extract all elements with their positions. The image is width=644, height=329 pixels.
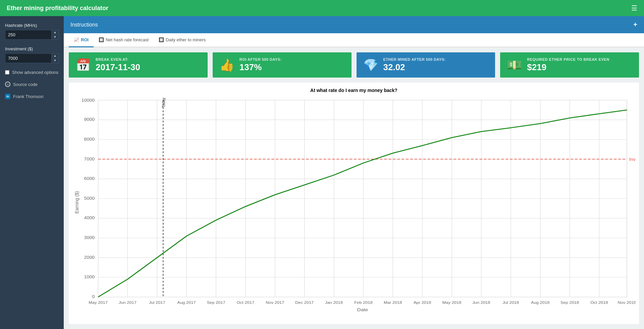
stat-required-price: 💵 REQUIRED ETHER PRICE TO BREAK EVEN $21… (500, 52, 639, 78)
svg-text:Earning ($): Earning ($) (74, 191, 80, 214)
svg-text:Aug 2017: Aug 2017 (177, 300, 196, 305)
linkedin-icon: in (5, 94, 10, 99)
tab-roi-label: ROI (81, 37, 89, 42)
svg-text:Dec 2017: Dec 2017 (295, 300, 314, 305)
investment-input[interactable] (5, 53, 52, 63)
hashrate-spinners: ▲ ▼ (52, 30, 59, 40)
break-even-label: BREAK EVEN AT: (96, 57, 140, 61)
hashrate-input[interactable] (5, 30, 52, 40)
svg-text:Aug 2018: Aug 2018 (531, 300, 550, 305)
chart-title: At what rate do I earn my money back? (72, 88, 636, 93)
svg-text:5000: 5000 (84, 196, 95, 201)
roi-value: 137% (239, 62, 282, 73)
stat-ether-mined: 💎 ETHER MINED AFTER 500 DAYS: 32.02 (357, 52, 495, 78)
hashrate-input-wrapper: ▲ ▼ (5, 30, 59, 40)
investment-increment[interactable]: ▲ (52, 54, 58, 58)
instructions-expand[interactable]: + (633, 21, 637, 29)
hashrate-decrement[interactable]: ▼ (52, 35, 58, 40)
roi-label: ROI AFTER 500 DAYS: (239, 57, 282, 61)
svg-text:Jul 2018: Jul 2018 (502, 300, 519, 305)
investment-input-wrapper: ▲ ▼ (5, 53, 59, 63)
hashrate-increment[interactable]: ▲ (52, 30, 58, 35)
instructions-bar: Instructions + (64, 16, 644, 33)
svg-text:2000: 2000 (84, 255, 95, 260)
break-even-icon: 📅 (75, 58, 91, 72)
sidebar: Hashrate (MH/s) ▲ ▼ Investment ($) ▲ ▼ (0, 16, 64, 329)
chart-area: At what rate do I earn my money back? (69, 83, 639, 324)
tab-net-hash[interactable]: 🔲 Net hash rate forecast (94, 33, 154, 47)
required-price-value: $219 (527, 62, 609, 73)
hamburger-icon[interactable]: ☰ (631, 4, 637, 12)
svg-text:Feb 2018: Feb 2018 (354, 300, 373, 305)
tab-daily-ether[interactable]: 🔲 Daily ether to miners (154, 33, 211, 47)
svg-text:Mar 2018: Mar 2018 (384, 300, 402, 305)
svg-text:3000: 3000 (84, 235, 95, 240)
roi-icon: 👍 (219, 58, 234, 72)
svg-text:1000: 1000 (84, 275, 95, 279)
ether-mined-label: ETHER MINED AFTER 500 DAYS: (383, 57, 446, 61)
tab-net-hash-icon: 🔲 (99, 37, 104, 42)
break-even-value: 2017-11-30 (96, 62, 140, 73)
author-link[interactable]: in Frank Thomson (5, 94, 59, 99)
tab-roi-chart-icon: 📈 (74, 37, 79, 42)
tab-net-hash-label: Net hash rate forecast (106, 37, 149, 42)
instructions-title: Instructions (70, 22, 98, 28)
svg-text:May 2018: May 2018 (442, 300, 462, 305)
hashrate-label: Hashrate (MH/s) (5, 23, 59, 28)
stat-break-even: 📅 BREAK EVEN AT: 2017-11-30 (69, 52, 208, 78)
svg-text:Today: Today (161, 97, 166, 108)
hashrate-field: Hashrate (MH/s) ▲ ▼ (5, 23, 59, 40)
svg-text:Jun 2017: Jun 2017 (119, 300, 137, 305)
tabs-bar: 📈 ROI 🔲 Net hash rate forecast 🔲 Daily e… (64, 33, 644, 47)
svg-text:Apr 2018: Apr 2018 (414, 300, 431, 305)
chart-svg: 0 1000 2000 3000 4000 5000 6000 7000 800… (72, 96, 636, 316)
ether-mined-icon: 💎 (363, 58, 378, 72)
svg-text:Sep 2018: Sep 2018 (560, 300, 579, 305)
svg-text:Jun 2018: Jun 2018 (472, 300, 490, 305)
svg-text:Nov 2018: Nov 2018 (618, 300, 636, 305)
top-nav: Ether mining profitability calculator ☰ (0, 0, 644, 16)
svg-text:Oct 2017: Oct 2017 (237, 300, 255, 305)
investment-spinners: ▲ ▼ (52, 53, 59, 63)
source-code-icon: ⊙ (5, 82, 10, 87)
main-layout: Hashrate (MH/s) ▲ ▼ Investment ($) ▲ ▼ (0, 16, 644, 329)
svg-text:7000: 7000 (84, 156, 95, 161)
svg-text:Jan 2018: Jan 2018 (325, 300, 343, 305)
required-price-label: REQUIRED ETHER PRICE TO BREAK EVEN (527, 57, 609, 61)
required-price-icon: 💵 (507, 58, 522, 72)
svg-text:10000: 10000 (82, 98, 95, 103)
tab-daily-ether-label: Daily ether to miners (166, 37, 206, 42)
stat-roi: 👍 ROI AFTER 500 DAYS: 137% (213, 52, 352, 78)
source-code-label: Source code (13, 82, 38, 87)
svg-text:0: 0 (92, 294, 95, 299)
svg-text:Investment: Investment (629, 157, 636, 162)
stats-row: 📅 BREAK EVEN AT: 2017-11-30 👍 ROI AFTER … (64, 47, 644, 83)
source-code-link[interactable]: ⊙ Source code (5, 82, 59, 87)
svg-text:Oct 2018: Oct 2018 (590, 300, 608, 305)
investment-decrement[interactable]: ▼ (52, 58, 58, 63)
chart-container: 0 1000 2000 3000 4000 5000 6000 7000 800… (72, 96, 636, 316)
advanced-options-label: Show advanced options (12, 70, 58, 75)
svg-text:Nov 2017: Nov 2017 (266, 300, 284, 305)
author-label: Frank Thomson (13, 94, 44, 99)
investment-field: Investment ($) ▲ ▼ (5, 46, 59, 63)
svg-text:May 2017: May 2017 (89, 300, 108, 305)
svg-text:4000: 4000 (84, 216, 95, 220)
svg-text:Jul 2017: Jul 2017 (149, 300, 165, 305)
investment-label: Investment ($) (5, 46, 59, 51)
svg-text:Date: Date (357, 307, 368, 312)
svg-text:8000: 8000 (84, 137, 95, 142)
tab-daily-ether-icon: 🔲 (159, 37, 164, 42)
svg-text:Sep 2017: Sep 2017 (207, 300, 225, 305)
svg-text:6000: 6000 (84, 176, 95, 181)
tab-roi[interactable]: 📈 ROI (69, 33, 94, 47)
ether-mined-value: 32.02 (383, 62, 446, 73)
app-title: Ether mining profitability calculator (7, 5, 631, 12)
svg-text:9000: 9000 (84, 117, 95, 122)
advanced-options-checkbox[interactable] (5, 70, 9, 75)
advanced-options-checkbox-label[interactable]: Show advanced options (5, 70, 59, 75)
content-area: Instructions + 📈 ROI 🔲 Net hash rate for… (64, 16, 644, 329)
